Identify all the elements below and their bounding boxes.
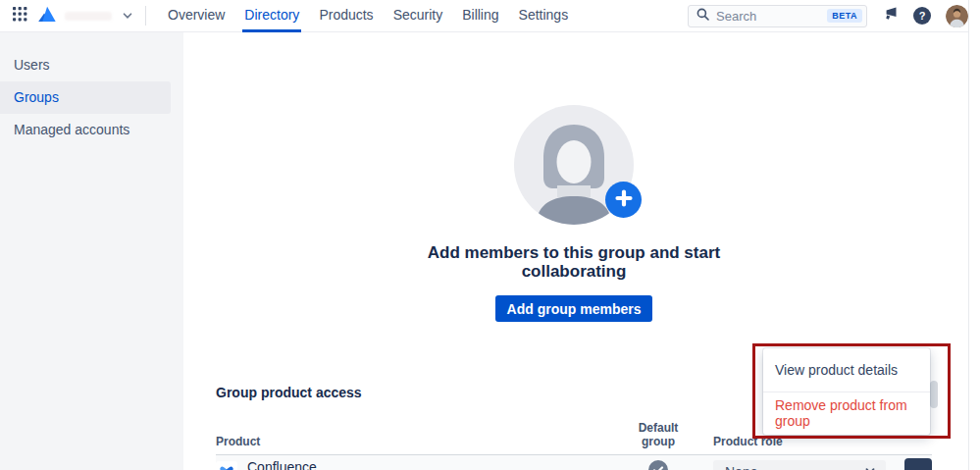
- tab-overview[interactable]: Overview: [166, 0, 227, 32]
- add-member-plus-button[interactable]: [605, 182, 642, 218]
- plus-icon: [614, 188, 634, 212]
- help-button[interactable]: ?: [913, 7, 931, 25]
- sidebar-item-users[interactable]: Users: [0, 49, 171, 81]
- product-cell: Confluence: [216, 460, 628, 470]
- product-role-cell: None: [713, 458, 932, 470]
- app-switcher-button[interactable]: [8, 4, 31, 27]
- empty-members-state: Add members to this group and start coll…: [216, 105, 932, 322]
- ellipsis-icon: [910, 464, 926, 470]
- beta-badge: BETA: [827, 9, 862, 23]
- default-group-cell: [628, 460, 689, 470]
- organization-switcher[interactable]: [37, 6, 133, 26]
- grid-icon: [13, 7, 27, 26]
- announcements-button[interactable]: [882, 6, 899, 26]
- column-header-product-role: Product role: [713, 435, 932, 448]
- profile-menu-button[interactable]: [946, 5, 968, 27]
- question-mark-icon: ?: [913, 7, 931, 25]
- top-navigation-bar: Overview Directory Products Security Bil…: [0, 0, 980, 32]
- menu-scrollbar-thumb[interactable]: [930, 381, 938, 408]
- menu-item-view-product-details[interactable]: View product details: [763, 348, 930, 392]
- tab-security[interactable]: Security: [391, 0, 445, 32]
- column-header-product: Product: [216, 435, 628, 448]
- user-avatar: [946, 5, 968, 27]
- search-icon: [696, 7, 709, 25]
- product-name: Confluence: [247, 460, 317, 470]
- chevron-down-icon: [864, 463, 876, 470]
- sidebar-item-managed-accounts[interactable]: Managed accounts: [0, 114, 171, 146]
- column-header-default-group: Default group: [628, 421, 689, 448]
- megaphone-icon: [882, 6, 899, 26]
- sidebar-item-groups[interactable]: Groups: [0, 81, 171, 114]
- avatar-placeholder: [514, 105, 634, 225]
- menu-item-remove-product-from-group[interactable]: Remove product from group: [763, 392, 930, 436]
- more-options-button[interactable]: [904, 458, 932, 470]
- product-role-select[interactable]: None: [713, 460, 886, 470]
- directory-sidebar: Users Groups Managed accounts: [0, 32, 183, 470]
- chevron-down-icon: [122, 10, 133, 22]
- search-input[interactable]: [716, 9, 827, 24]
- primary-tabs: Overview Directory Products Security Bil…: [158, 0, 578, 32]
- divider: [145, 6, 146, 26]
- empty-state-title: Add members to this group and start coll…: [387, 243, 760, 281]
- table-row: Confluence None: [216, 455, 932, 470]
- product-actions-menu: View product details Remove product from…: [763, 348, 930, 435]
- check-circle-icon: [648, 460, 668, 470]
- tab-billing[interactable]: Billing: [460, 0, 500, 32]
- search-box[interactable]: BETA: [688, 5, 867, 27]
- tab-directory[interactable]: Directory: [242, 0, 301, 32]
- tab-settings[interactable]: Settings: [517, 0, 571, 32]
- confluence-logo-icon: [216, 461, 237, 470]
- tab-products[interactable]: Products: [317, 0, 375, 32]
- product-role-selected-value: None: [725, 464, 864, 470]
- add-group-members-button[interactable]: Add group members: [495, 295, 653, 322]
- admin-page: Overview Directory Products Security Bil…: [0, 0, 980, 470]
- atlassian-logo-icon: [37, 6, 57, 26]
- page-scrollbar-track[interactable]: [968, 0, 980, 470]
- redacted-org-name: [65, 12, 112, 21]
